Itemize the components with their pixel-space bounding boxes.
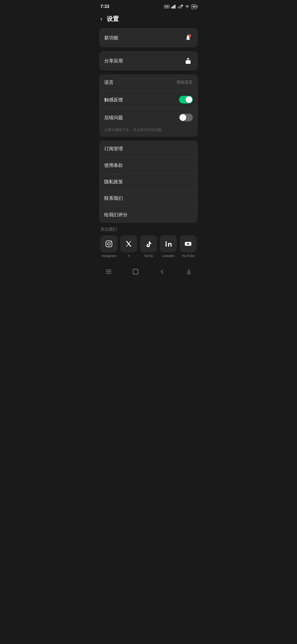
tiktok-label: TikTok (144, 254, 153, 258)
new-features-label: 新功能 (104, 35, 118, 41)
social-youtube[interactable]: YouTube (180, 235, 197, 258)
linkedin-icon (160, 235, 177, 252)
svg-rect-3 (175, 5, 175, 9)
subscription-item[interactable]: 订阅管理 (99, 141, 198, 157)
rate-label: 给我们评分 (104, 212, 128, 218)
svg-point-15 (108, 242, 110, 245)
status-icons: HD 99 (164, 4, 197, 9)
social-grid: Instagram X TikTok (100, 235, 197, 258)
svg-point-10 (188, 35, 189, 36)
x-icon (120, 235, 137, 252)
svg-rect-4 (178, 7, 178, 9)
haptic-item[interactable]: 触感反馈 (99, 91, 198, 108)
followup-hint: 让聊天继续下去，深入探讨任何话题。 (99, 126, 198, 137)
svg-point-16 (111, 242, 111, 242)
youtube-icon (180, 235, 197, 252)
bell-icon (183, 33, 193, 42)
haptic-toggle[interactable] (179, 96, 193, 103)
signal-icon (171, 5, 176, 9)
haptic-label: 触感反馈 (104, 97, 123, 103)
svg-rect-0 (171, 7, 172, 9)
svg-rect-1 (172, 6, 173, 9)
status-bar: 7:33 HD 99 (95, 0, 202, 12)
followup-item[interactable]: 后续问题 (99, 108, 198, 126)
social-instagram[interactable]: Instagram (100, 235, 117, 258)
share-app-item[interactable]: 分享应用 (99, 51, 198, 70)
terms-item[interactable]: 使用条款 (99, 157, 198, 173)
header: ‹ 设置 (95, 12, 202, 28)
language-item[interactable]: 语言 系统语言 (99, 74, 198, 91)
svg-point-11 (188, 34, 191, 37)
share-app-card: 分享应用 (99, 51, 198, 70)
language-value: 系统语言 (176, 80, 193, 85)
rate-item[interactable]: 给我们评分 (99, 206, 198, 223)
privacy-label: 隐私政策 (104, 179, 123, 185)
battery-icon: 99 (191, 4, 197, 9)
contact-item[interactable]: 联系我们 (99, 190, 198, 206)
x-label: X (128, 254, 130, 258)
social-tiktok[interactable]: TikTok (140, 235, 157, 258)
share-icon (183, 56, 193, 66)
links-card: 订阅管理 使用条款 隐私政策 联系我们 给我们评分 (99, 141, 198, 223)
instagram-icon (100, 235, 117, 252)
hd-badge: HD (164, 5, 169, 8)
terms-label: 使用条款 (104, 162, 123, 168)
social-linkedin[interactable]: LinkedIn (160, 235, 177, 258)
back-button[interactable]: ‹ (99, 14, 103, 24)
instagram-label: Instagram (101, 254, 116, 258)
signal-x-icon (178, 5, 183, 9)
privacy-item[interactable]: 隐私政策 (99, 173, 198, 190)
status-time: 7:33 (100, 4, 109, 9)
tiktok-icon (140, 235, 157, 252)
new-features-item[interactable]: 新功能 (99, 28, 198, 47)
preferences-card: 语言 系统语言 触感反馈 后续问题 让聊天继续下去，深入探讨任何话题。 (99, 74, 198, 137)
bottom-nav (95, 263, 202, 285)
new-features-card: 新功能 (99, 28, 198, 47)
page-title: 设置 (107, 15, 119, 23)
download-nav-icon[interactable] (180, 267, 197, 278)
svg-point-18 (166, 241, 167, 243)
svg-point-25 (189, 274, 189, 274)
follow-section: 关注我们 Instagram (99, 227, 198, 258)
followup-toggle-thumb (180, 114, 186, 121)
home-nav-icon[interactable] (127, 267, 144, 278)
svg-rect-24 (133, 269, 138, 274)
youtube-label: YouTube (182, 254, 194, 258)
followup-label: 后续问题 (104, 114, 123, 121)
svg-rect-5 (179, 6, 180, 9)
language-label: 语言 (104, 79, 114, 86)
contact-label: 联系我们 (104, 195, 123, 201)
follow-title: 关注我们 (100, 227, 197, 232)
haptic-toggle-thumb (186, 96, 192, 103)
wifi-icon (185, 5, 189, 8)
svg-rect-17 (166, 243, 167, 247)
content: 新功能 分享应用 (95, 28, 202, 258)
svg-rect-2 (174, 5, 174, 9)
social-x[interactable]: X (120, 235, 137, 258)
svg-rect-6 (180, 5, 181, 9)
linkedin-label: LinkedIn (162, 254, 174, 258)
followup-toggle[interactable] (179, 114, 193, 121)
back-nav-icon[interactable] (154, 267, 171, 278)
share-app-label: 分享应用 (104, 58, 123, 64)
subscription-label: 订阅管理 (104, 146, 123, 152)
menu-nav-icon[interactable] (100, 267, 117, 278)
